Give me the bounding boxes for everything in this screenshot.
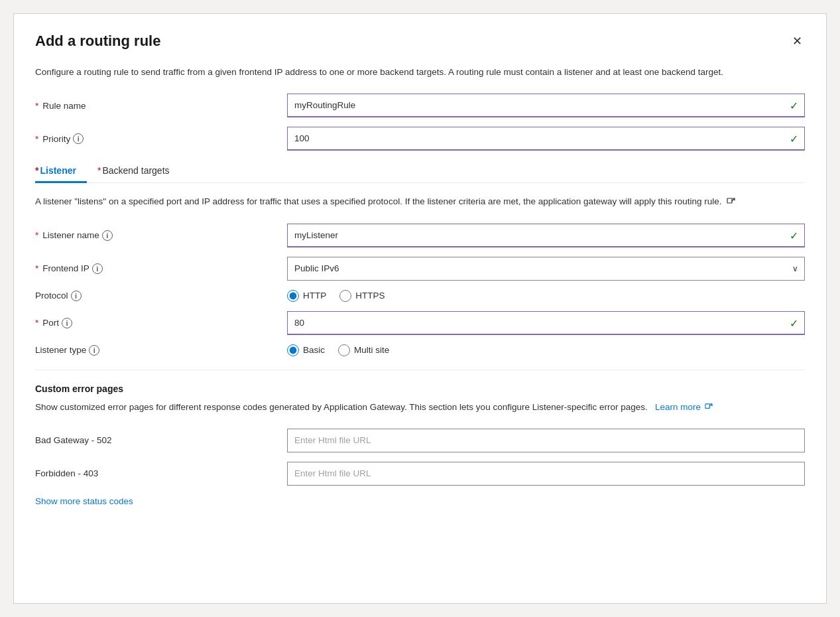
port-input-wrapper: ✓ bbox=[287, 311, 805, 335]
tab-backend-targets[interactable]: *Backend targets bbox=[97, 160, 180, 182]
custom-error-title: Custom error pages bbox=[35, 383, 805, 394]
forbidden-input[interactable] bbox=[287, 462, 805, 486]
port-info-icon[interactable]: i bbox=[62, 318, 72, 328]
custom-error-description: Show customized error pages for differen… bbox=[35, 401, 805, 414]
rule-name-check-icon: ✓ bbox=[790, 100, 798, 112]
dialog-description: Configure a routing rule to send traffic… bbox=[35, 66, 764, 79]
required-star-listener: * bbox=[35, 230, 38, 240]
bad-gateway-label: Bad Gateway - 502 bbox=[35, 435, 287, 445]
frontend-ip-select[interactable]: Public IPv6 Public IPv4 Private bbox=[287, 257, 805, 281]
forbidden-label: Forbidden - 403 bbox=[35, 468, 287, 478]
frontend-ip-info-icon[interactable]: i bbox=[92, 263, 103, 274]
protocol-http-option[interactable]: HTTP bbox=[287, 290, 326, 302]
priority-check-icon: ✓ bbox=[790, 133, 798, 145]
listener-name-row: * Listener name i ✓ bbox=[35, 224, 805, 247]
rule-name-input[interactable]: myRoutingRule bbox=[287, 94, 805, 117]
rule-name-row: * Rule name myRoutingRule ✓ bbox=[35, 94, 805, 117]
listener-type-label: Listener type i bbox=[35, 345, 287, 356]
show-more-status-codes-link[interactable]: Show more status codes bbox=[35, 496, 133, 506]
add-routing-rule-dialog: Add a routing rule ✕ Configure a routing… bbox=[13, 13, 827, 604]
listener-description: A listener "listens" on a specified port… bbox=[35, 195, 764, 208]
listener-type-radio-group: Basic Multi site bbox=[287, 344, 805, 356]
port-label: * Port i bbox=[35, 318, 287, 328]
priority-input[interactable] bbox=[287, 127, 805, 151]
bad-gateway-row: Bad Gateway - 502 bbox=[35, 429, 805, 452]
protocol-label: Protocol i bbox=[35, 291, 287, 301]
custom-error-section: Custom error pages Show customized error… bbox=[35, 383, 805, 507]
dialog-title: Add a routing rule bbox=[35, 33, 160, 50]
priority-label: * Priority i bbox=[35, 133, 287, 144]
listener-name-check-icon: ✓ bbox=[790, 229, 798, 241]
listener-type-basic-option[interactable]: Basic bbox=[287, 344, 325, 356]
protocol-row: Protocol i HTTP HTTPS bbox=[35, 290, 805, 302]
dialog-header: Add a routing rule ✕ bbox=[35, 33, 805, 50]
close-button[interactable]: ✕ bbox=[790, 33, 805, 50]
port-check-icon: ✓ bbox=[790, 316, 798, 329]
external-link-icon bbox=[727, 198, 735, 206]
port-row: * Port i ✓ bbox=[35, 311, 805, 335]
show-more-row: Show more status codes bbox=[35, 495, 805, 507]
frontend-ip-label: * Frontend IP i bbox=[35, 263, 287, 274]
required-star-priority: * bbox=[35, 134, 38, 144]
protocol-https-radio[interactable] bbox=[339, 290, 351, 302]
required-star-frontend: * bbox=[35, 263, 38, 273]
svg-rect-0 bbox=[727, 198, 732, 203]
protocol-info-icon[interactable]: i bbox=[71, 291, 82, 301]
tabs-row: *Listener *Backend targets bbox=[35, 160, 805, 183]
rule-name-label: * Rule name bbox=[35, 101, 287, 111]
port-input[interactable] bbox=[287, 311, 805, 335]
required-star: * bbox=[35, 101, 38, 111]
required-star-port: * bbox=[35, 318, 38, 328]
listener-name-info-icon[interactable]: i bbox=[102, 230, 113, 241]
listener-name-input-wrapper: ✓ bbox=[287, 224, 805, 247]
protocol-radio-group: HTTP HTTPS bbox=[287, 290, 805, 302]
protocol-http-radio[interactable] bbox=[287, 290, 299, 302]
protocol-https-option[interactable]: HTTPS bbox=[339, 290, 385, 302]
svg-rect-1 bbox=[705, 404, 709, 408]
tab-listener[interactable]: *Listener bbox=[35, 160, 87, 182]
listener-type-multisite-option[interactable]: Multi site bbox=[338, 344, 389, 356]
listener-type-row: Listener type i Basic Multi site bbox=[35, 344, 805, 356]
listener-type-info-icon[interactable]: i bbox=[89, 345, 99, 356]
bad-gateway-input[interactable] bbox=[287, 429, 805, 452]
listener-type-basic-radio[interactable] bbox=[287, 344, 299, 356]
frontend-ip-row: * Frontend IP i Public IPv6 Public IPv4 … bbox=[35, 257, 805, 281]
rule-name-input-wrapper: myRoutingRule ✓ bbox=[287, 94, 805, 117]
listener-name-label: * Listener name i bbox=[35, 230, 287, 241]
listener-type-multisite-radio[interactable] bbox=[338, 344, 350, 356]
priority-row: * Priority i ✓ bbox=[35, 127, 805, 151]
forbidden-row: Forbidden - 403 bbox=[35, 462, 805, 486]
frontend-ip-select-wrapper: Public IPv6 Public IPv4 Private ∨ bbox=[287, 257, 805, 281]
learn-more-external-icon bbox=[705, 403, 713, 411]
priority-info-icon[interactable]: i bbox=[73, 133, 84, 144]
learn-more-link[interactable]: Learn more bbox=[652, 402, 713, 412]
section-divider bbox=[35, 370, 805, 370]
priority-input-wrapper: ✓ bbox=[287, 127, 805, 151]
listener-name-input[interactable] bbox=[287, 224, 805, 247]
